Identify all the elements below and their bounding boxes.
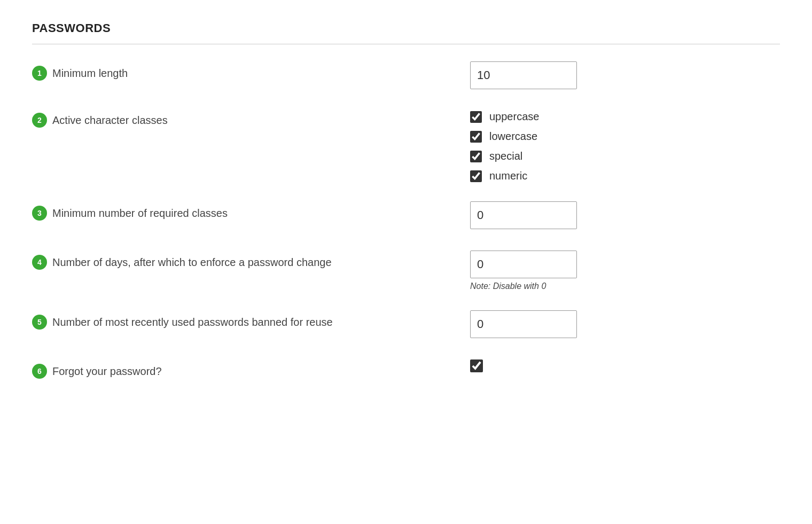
checkbox-label-special: special [489, 150, 522, 162]
checkbox-lowercase[interactable] [470, 131, 482, 143]
badge-3: 3 [32, 206, 47, 221]
row-4: 4Number of days, after which to enforce … [32, 251, 780, 291]
control-3 [470, 201, 780, 229]
checkbox-item-numeric[interactable]: numeric [470, 170, 539, 182]
row-6: 6Forgot your password? [32, 359, 780, 389]
label-6: Forgot your password? [52, 365, 162, 378]
row-label-area-4: 4Number of days, after which to enforce … [32, 251, 470, 270]
row-label-area-3: 3Minimum number of required classes [32, 201, 470, 221]
badge-1: 1 [32, 66, 47, 81]
checkbox-group-2: uppercaselowercasespecialnumeric [470, 111, 539, 182]
section-divider [32, 44, 780, 44]
row-label-area-6: 6Forgot your password? [32, 359, 470, 379]
label-5: Number of most recently used passwords b… [52, 316, 333, 329]
checkbox-label-uppercase: uppercase [489, 111, 539, 123]
control-4: Note: Disable with 0 [470, 251, 780, 291]
checkbox-uppercase[interactable] [470, 111, 482, 123]
settings-rows: 1Minimum length2Active character classes… [32, 61, 780, 389]
section-title: PASSWORDS [32, 21, 780, 35]
checkbox-item-lowercase[interactable]: lowercase [470, 130, 539, 143]
row-1: 1Minimum length [32, 61, 780, 91]
number-input-1[interactable] [470, 61, 577, 89]
row-3: 3Minimum number of required classes [32, 201, 780, 231]
checkbox-label-numeric: numeric [489, 170, 527, 182]
badge-5: 5 [32, 315, 47, 330]
badge-4: 4 [32, 255, 47, 270]
row-label-area-1: 1Minimum length [32, 61, 470, 81]
number-input-5[interactable] [470, 310, 577, 338]
control-6 [470, 359, 780, 372]
row-2: 2Active character classesuppercaselowerc… [32, 111, 780, 182]
checkbox-item-uppercase[interactable]: uppercase [470, 111, 539, 123]
row-5: 5Number of most recently used passwords … [32, 310, 780, 340]
label-4: Number of days, after which to enforce a… [52, 256, 332, 269]
label-1: Minimum length [52, 67, 128, 80]
page-container: PASSWORDS 1Minimum length2Active charact… [0, 0, 812, 524]
badge-2: 2 [32, 113, 47, 128]
control-5 [470, 310, 780, 338]
control-2: uppercaselowercasespecialnumeric [470, 111, 780, 182]
badge-6: 6 [32, 364, 47, 379]
checkbox-label-lowercase: lowercase [489, 130, 537, 143]
single-checkbox-6[interactable] [470, 359, 483, 372]
checkbox-item-special[interactable]: special [470, 150, 539, 162]
number-input-3[interactable] [470, 201, 577, 229]
checkbox-numeric[interactable] [470, 170, 482, 182]
label-2: Active character classes [52, 114, 168, 127]
control-1 [470, 61, 780, 89]
number-input-4[interactable] [470, 251, 577, 278]
checkbox-special[interactable] [470, 151, 482, 162]
note-4: Note: Disable with 0 [470, 281, 546, 291]
row-label-area-2: 2Active character classes [32, 111, 470, 128]
row-label-area-5: 5Number of most recently used passwords … [32, 310, 470, 330]
checkbox-forgot-password[interactable] [470, 359, 483, 372]
label-3: Minimum number of required classes [52, 207, 228, 220]
